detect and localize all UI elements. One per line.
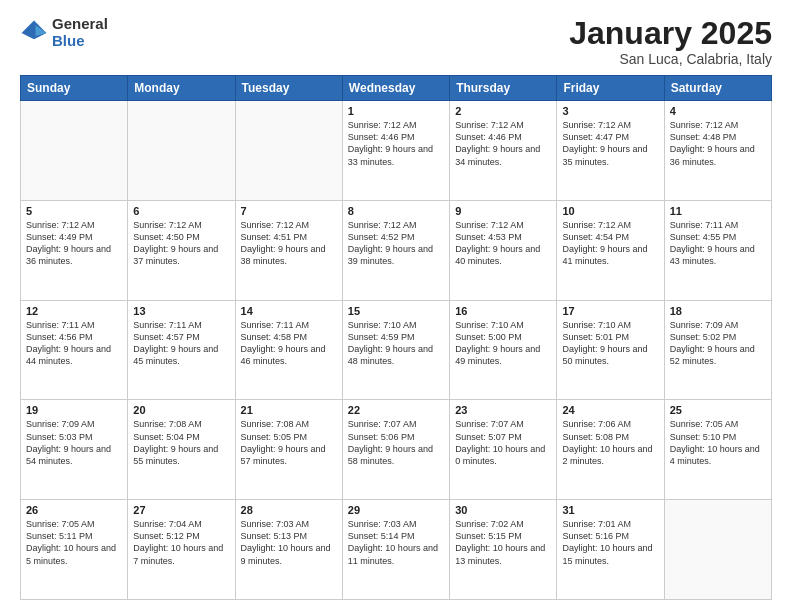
day-number: 17 <box>562 305 658 317</box>
day-info: Sunrise: 7:11 AM Sunset: 4:56 PM Dayligh… <box>26 319 122 368</box>
day-number: 4 <box>670 105 766 117</box>
day-number: 19 <box>26 404 122 416</box>
weekday-header: Wednesday <box>342 76 449 101</box>
day-number: 25 <box>670 404 766 416</box>
calendar-day-cell: 3Sunrise: 7:12 AM Sunset: 4:47 PM Daylig… <box>557 101 664 201</box>
calendar-body: 1Sunrise: 7:12 AM Sunset: 4:46 PM Daylig… <box>21 101 772 600</box>
day-info: Sunrise: 7:11 AM Sunset: 4:58 PM Dayligh… <box>241 319 337 368</box>
day-info: Sunrise: 7:11 AM Sunset: 4:55 PM Dayligh… <box>670 219 766 268</box>
weekday-header: Friday <box>557 76 664 101</box>
day-info: Sunrise: 7:06 AM Sunset: 5:08 PM Dayligh… <box>562 418 658 467</box>
day-number: 13 <box>133 305 229 317</box>
day-number: 29 <box>348 504 444 516</box>
day-number: 30 <box>455 504 551 516</box>
location: San Luca, Calabria, Italy <box>569 51 772 67</box>
calendar-day-cell: 19Sunrise: 7:09 AM Sunset: 5:03 PM Dayli… <box>21 400 128 500</box>
day-number: 11 <box>670 205 766 217</box>
header: General Blue January 2025 San Luca, Cala… <box>20 16 772 67</box>
calendar-day-cell: 14Sunrise: 7:11 AM Sunset: 4:58 PM Dayli… <box>235 300 342 400</box>
calendar-day-cell: 1Sunrise: 7:12 AM Sunset: 4:46 PM Daylig… <box>342 101 449 201</box>
day-info: Sunrise: 7:09 AM Sunset: 5:03 PM Dayligh… <box>26 418 122 467</box>
day-number: 15 <box>348 305 444 317</box>
calendar-day-cell: 10Sunrise: 7:12 AM Sunset: 4:54 PM Dayli… <box>557 200 664 300</box>
calendar-week-row: 12Sunrise: 7:11 AM Sunset: 4:56 PM Dayli… <box>21 300 772 400</box>
day-info: Sunrise: 7:04 AM Sunset: 5:12 PM Dayligh… <box>133 518 229 567</box>
page: General Blue January 2025 San Luca, Cala… <box>0 0 792 612</box>
day-info: Sunrise: 7:12 AM Sunset: 4:48 PM Dayligh… <box>670 119 766 168</box>
day-number: 31 <box>562 504 658 516</box>
day-info: Sunrise: 7:07 AM Sunset: 5:06 PM Dayligh… <box>348 418 444 467</box>
calendar-day-cell: 6Sunrise: 7:12 AM Sunset: 4:50 PM Daylig… <box>128 200 235 300</box>
calendar-day-cell: 17Sunrise: 7:10 AM Sunset: 5:01 PM Dayli… <box>557 300 664 400</box>
day-number: 21 <box>241 404 337 416</box>
day-number: 24 <box>562 404 658 416</box>
day-info: Sunrise: 7:10 AM Sunset: 4:59 PM Dayligh… <box>348 319 444 368</box>
calendar-day-cell: 27Sunrise: 7:04 AM Sunset: 5:12 PM Dayli… <box>128 500 235 600</box>
day-info: Sunrise: 7:12 AM Sunset: 4:46 PM Dayligh… <box>348 119 444 168</box>
calendar-day-cell: 26Sunrise: 7:05 AM Sunset: 5:11 PM Dayli… <box>21 500 128 600</box>
calendar-week-row: 26Sunrise: 7:05 AM Sunset: 5:11 PM Dayli… <box>21 500 772 600</box>
calendar-header: SundayMondayTuesdayWednesdayThursdayFrid… <box>21 76 772 101</box>
day-number: 28 <box>241 504 337 516</box>
day-number: 12 <box>26 305 122 317</box>
day-info: Sunrise: 7:03 AM Sunset: 5:13 PM Dayligh… <box>241 518 337 567</box>
day-info: Sunrise: 7:05 AM Sunset: 5:11 PM Dayligh… <box>26 518 122 567</box>
calendar-day-cell: 21Sunrise: 7:08 AM Sunset: 5:05 PM Dayli… <box>235 400 342 500</box>
calendar-day-cell <box>664 500 771 600</box>
calendar-day-cell: 5Sunrise: 7:12 AM Sunset: 4:49 PM Daylig… <box>21 200 128 300</box>
day-info: Sunrise: 7:12 AM Sunset: 4:52 PM Dayligh… <box>348 219 444 268</box>
day-info: Sunrise: 7:08 AM Sunset: 5:05 PM Dayligh… <box>241 418 337 467</box>
calendar-day-cell <box>128 101 235 201</box>
logo-text: General Blue <box>52 16 108 49</box>
day-info: Sunrise: 7:10 AM Sunset: 5:00 PM Dayligh… <box>455 319 551 368</box>
weekday-header: Thursday <box>450 76 557 101</box>
calendar-day-cell: 30Sunrise: 7:02 AM Sunset: 5:15 PM Dayli… <box>450 500 557 600</box>
calendar-day-cell: 18Sunrise: 7:09 AM Sunset: 5:02 PM Dayli… <box>664 300 771 400</box>
day-info: Sunrise: 7:02 AM Sunset: 5:15 PM Dayligh… <box>455 518 551 567</box>
calendar-day-cell: 11Sunrise: 7:11 AM Sunset: 4:55 PM Dayli… <box>664 200 771 300</box>
weekday-header: Monday <box>128 76 235 101</box>
weekday-row: SundayMondayTuesdayWednesdayThursdayFrid… <box>21 76 772 101</box>
calendar-week-row: 1Sunrise: 7:12 AM Sunset: 4:46 PM Daylig… <box>21 101 772 201</box>
day-number: 10 <box>562 205 658 217</box>
calendar-day-cell: 29Sunrise: 7:03 AM Sunset: 5:14 PM Dayli… <box>342 500 449 600</box>
calendar-day-cell <box>235 101 342 201</box>
day-info: Sunrise: 7:12 AM Sunset: 4:49 PM Dayligh… <box>26 219 122 268</box>
day-info: Sunrise: 7:12 AM Sunset: 4:47 PM Dayligh… <box>562 119 658 168</box>
day-info: Sunrise: 7:10 AM Sunset: 5:01 PM Dayligh… <box>562 319 658 368</box>
day-info: Sunrise: 7:05 AM Sunset: 5:10 PM Dayligh… <box>670 418 766 467</box>
calendar-day-cell: 28Sunrise: 7:03 AM Sunset: 5:13 PM Dayli… <box>235 500 342 600</box>
calendar-day-cell <box>21 101 128 201</box>
calendar-day-cell: 16Sunrise: 7:10 AM Sunset: 5:00 PM Dayli… <box>450 300 557 400</box>
day-number: 1 <box>348 105 444 117</box>
logo-blue-text: Blue <box>52 33 108 50</box>
day-info: Sunrise: 7:12 AM Sunset: 4:51 PM Dayligh… <box>241 219 337 268</box>
day-number: 8 <box>348 205 444 217</box>
day-number: 2 <box>455 105 551 117</box>
day-number: 3 <box>562 105 658 117</box>
day-info: Sunrise: 7:12 AM Sunset: 4:54 PM Dayligh… <box>562 219 658 268</box>
day-info: Sunrise: 7:12 AM Sunset: 4:53 PM Dayligh… <box>455 219 551 268</box>
day-number: 5 <box>26 205 122 217</box>
day-info: Sunrise: 7:11 AM Sunset: 4:57 PM Dayligh… <box>133 319 229 368</box>
calendar-day-cell: 12Sunrise: 7:11 AM Sunset: 4:56 PM Dayli… <box>21 300 128 400</box>
logo: General Blue <box>20 16 108 49</box>
day-number: 14 <box>241 305 337 317</box>
day-info: Sunrise: 7:09 AM Sunset: 5:02 PM Dayligh… <box>670 319 766 368</box>
calendar-week-row: 5Sunrise: 7:12 AM Sunset: 4:49 PM Daylig… <box>21 200 772 300</box>
day-number: 6 <box>133 205 229 217</box>
calendar-day-cell: 15Sunrise: 7:10 AM Sunset: 4:59 PM Dayli… <box>342 300 449 400</box>
day-number: 23 <box>455 404 551 416</box>
day-number: 18 <box>670 305 766 317</box>
day-number: 7 <box>241 205 337 217</box>
day-number: 26 <box>26 504 122 516</box>
calendar-day-cell: 8Sunrise: 7:12 AM Sunset: 4:52 PM Daylig… <box>342 200 449 300</box>
month-title: January 2025 <box>569 16 772 51</box>
day-number: 20 <box>133 404 229 416</box>
calendar-day-cell: 13Sunrise: 7:11 AM Sunset: 4:57 PM Dayli… <box>128 300 235 400</box>
day-number: 9 <box>455 205 551 217</box>
title-block: January 2025 San Luca, Calabria, Italy <box>569 16 772 67</box>
calendar-day-cell: 4Sunrise: 7:12 AM Sunset: 4:48 PM Daylig… <box>664 101 771 201</box>
calendar-day-cell: 31Sunrise: 7:01 AM Sunset: 5:16 PM Dayli… <box>557 500 664 600</box>
calendar-day-cell: 25Sunrise: 7:05 AM Sunset: 5:10 PM Dayli… <box>664 400 771 500</box>
